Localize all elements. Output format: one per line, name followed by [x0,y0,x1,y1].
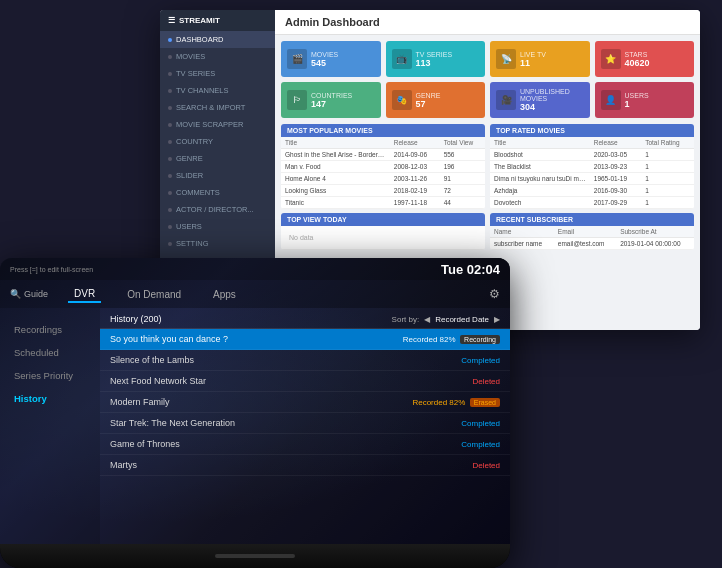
stat-unpublished[interactable]: 🎥 UNPUBLISHED MOVIES 304 [490,82,590,118]
stat-movies[interactable]: 🎬 MOVIES 545 [281,41,381,77]
stat-livetv-label: LIVE TV [520,51,546,58]
stat-countries-label: COUNTRIES [311,92,352,99]
sidebar-item-dashboard[interactable]: DASHBOARD [160,31,275,48]
next-sort-button[interactable]: ▶ [494,315,500,324]
recording-title: Game of Thrones [110,439,420,449]
stat-genre-value: 57 [416,99,441,109]
genre-icon: 🎭 [392,90,412,110]
stat-livetv-value: 11 [520,58,546,68]
stat-users[interactable]: 👤 USERS 1 [595,82,695,118]
tv-search[interactable]: 🔍 Guide [10,289,48,299]
tv-sidebar: Recordings Scheduled Series Priority His… [0,308,100,544]
tv-hint: Press [=] to edit full-screen [10,266,93,273]
recording-status: Deleted [420,377,500,386]
sidebar-item-setting[interactable]: SETTING [160,235,275,252]
stat-users-value: 1 [625,99,649,109]
sidebar-series-priority[interactable]: Series Priority [0,364,100,387]
recording-title: Star Trek: The Next Generation [110,418,420,428]
recording-title: Martys [110,460,420,470]
col-subscribe-at: Subscribe At [616,226,694,238]
recording-status: Completed [420,356,500,365]
sidebar-item-search[interactable]: SEARCH & IMPORT [160,99,275,116]
sidebar-item-country[interactable]: COUNTRY [160,133,275,150]
sort-controls: Sort by: ◀ Recorded Date ▶ [392,315,500,324]
table-row: Dima ni tsuyoku naru tsuDi my keiidaru19… [490,173,694,185]
recording-title: Modern Family [110,397,412,407]
sidebar-recordings[interactable]: Recordings [0,318,100,341]
table-row: Bloodshot2020-03-051 [490,149,694,161]
sort-label: Sort by: [392,315,420,324]
content-title: History (200) [110,314,162,324]
tab-apps[interactable]: Apps [207,287,242,302]
tv-datetime: Tue 02:04 [441,262,500,277]
settings-icon[interactable]: ⚙ [489,287,500,301]
sidebar-item-genre[interactable]: GENRE [160,150,275,167]
list-item[interactable]: Next Food Network StarDeleted [100,371,510,392]
stat-countries-value: 147 [311,99,352,109]
popular-movies-header: MOST POPULAR MOVIES [281,124,485,137]
list-item[interactable]: So you think you can dance ?Recorded 82%… [100,329,510,350]
tv-nav: 🔍 Guide DVR On Demand Apps ⚙ [0,280,510,308]
top-rated-table: TOP RATED MOVIES Title Release Total Rat… [490,124,694,209]
sidebar-item-tvseries[interactable]: TV SERIES [160,65,275,82]
recording-title: So you think you can dance ? [110,334,403,344]
col-title-rated: Title [490,137,590,149]
stat-tvseries-label: TV SERIES [416,51,453,58]
sidebar-item-actor[interactable]: ACTOR / DIRECTOR... [160,201,275,218]
livetv-icon: 📡 [496,49,516,69]
stat-tvseries[interactable]: 📺 TV SERIES 113 [386,41,486,77]
sidebar-item-scrapper[interactable]: MOVIE SCRAPPER [160,116,275,133]
tv-top-bar: Press [=] to edit full-screen Tue 02:04 [0,258,510,280]
users-icon: 👤 [601,90,621,110]
list-item[interactable]: MartysDeleted [100,455,510,476]
sidebar-item-tvchannels[interactable]: TV CHANNELS [160,82,275,99]
admin-logo-text: STREAMIT [179,16,220,25]
sidebar-history[interactable]: History [0,387,100,410]
sidebar-scheduled[interactable]: Scheduled [0,341,100,364]
tables-section: MOST POPULAR MOVIES Title Release Total … [275,124,700,213]
tv-main: Recordings Scheduled Series Priority His… [0,308,510,544]
stats-grid: 🎬 MOVIES 545 📺 TV SERIES 113 📡 LIVE TV 1… [275,35,700,124]
hamburger-icon[interactable]: ☰ [168,16,175,25]
admin-logo: ☰ STREAMIT [160,10,275,31]
col-email: Email [554,226,616,238]
stat-unpublished-value: 304 [520,102,584,112]
stat-genre[interactable]: 🎭 GENRE 57 [386,82,486,118]
list-item[interactable]: Star Trek: The Next GenerationCompleted [100,413,510,434]
col-title: Title [281,137,390,149]
bottom-tables: TOP VIEW TODAY No data RECENT SUBSCRIBER… [275,213,700,254]
sidebar-item-comments[interactable]: COMMENTS [160,184,275,201]
list-item[interactable]: Modern FamilyRecorded 82% Erased [100,392,510,413]
sidebar-item-movies[interactable]: MOVIES [160,48,275,65]
recent-subscribers-header: RECENT SUBSCRIBER [490,213,694,226]
col-release-rated: Release [590,137,641,149]
table-row: Dovotech2017-09-291 [490,197,694,209]
top-rated-header: TOP RATED MOVIES [490,124,694,137]
stat-stars-label: STARS [625,51,650,58]
list-item[interactable]: Game of ThronesCompleted [100,434,510,455]
page-title: Admin Dashboard [285,16,380,28]
stat-livetv[interactable]: 📡 LIVE TV 11 [490,41,590,77]
tvseries-icon: 📺 [392,49,412,69]
stat-stars[interactable]: ⭐ STARS 40620 [595,41,695,77]
search-icon: 🔍 [10,289,21,299]
tab-on-demand[interactable]: On Demand [121,287,187,302]
tab-dvr[interactable]: DVR [68,286,101,303]
col-release: Release [390,137,440,149]
recent-subscribers-table: RECENT SUBSCRIBER Name Email Subscribe A… [490,213,694,250]
unpublished-icon: 🎥 [496,90,516,110]
stat-tvseries-value: 113 [416,58,453,68]
sort-value: Recorded Date [435,315,489,324]
list-item[interactable]: Silence of the LambsCompleted [100,350,510,371]
sidebar-item-users[interactable]: USERS [160,218,275,235]
stat-countries[interactable]: 🏳 COUNTRIES 147 [281,82,381,118]
tv-panel: Press [=] to edit full-screen Tue 02:04 … [0,258,510,568]
table-row: Titanic1997-11-1844 [281,197,485,209]
col-rating: Total Rating [641,137,694,149]
stat-movies-label: MOVIES [311,51,338,58]
prev-sort-button[interactable]: ◀ [424,315,430,324]
tv-stand [0,544,510,568]
stat-stars-value: 40620 [625,58,650,68]
sidebar-item-slider[interactable]: SLIDER [160,167,275,184]
table-row: Ghost in the Shell Arise - Border & Ghos… [281,149,485,161]
